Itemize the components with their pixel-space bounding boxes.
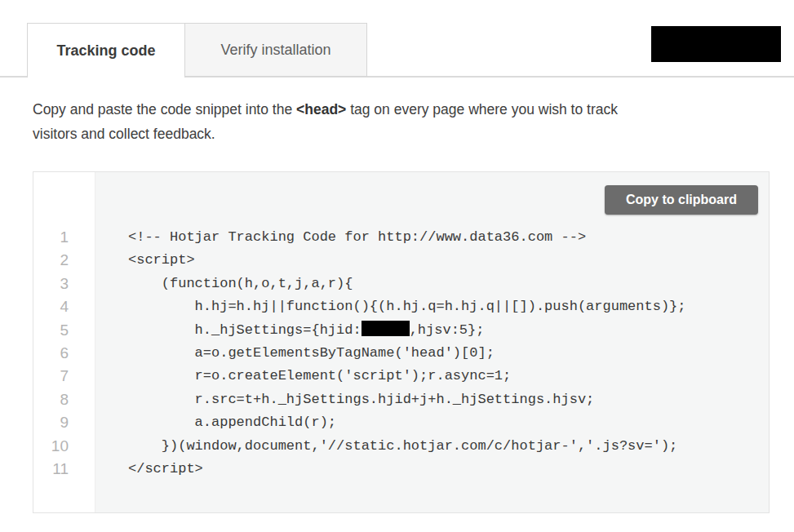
code-line: r.src=t+h._hjSettings.hjid+j+h._hjSettin… [128,388,769,411]
code-line: </script> [128,458,769,481]
line-number: 5 [33,319,69,342]
code-line: })(window,document,'//static.hotjar.com/… [128,435,769,458]
instructions-text: Copy and paste the code snippet into the… [33,97,771,146]
line-number: 3 [33,273,69,295]
code-line: h.hj=h.hj||function(){(h.hj.q=h.hj.q||[]… [128,295,769,318]
code-line: (function(h,o,t,j,a,r){ [128,273,769,295]
line-number: 1 [33,226,69,249]
code-snippet-panel: 1234567891011 <!-- Hotjar Tracking Code … [33,171,770,513]
instructions-before: Copy and paste the code snippet into the [33,101,296,117]
line-number: 8 [33,388,69,411]
instructions-after: tag on every page where you wish to trac… [346,101,618,117]
code-line: a=o.getElementsByTagName('head')[0]; [128,342,769,365]
redaction-box-header [651,26,781,62]
code-line: h._hjSettings={hjid:,hjsv:5}; [128,319,769,342]
line-number: 6 [33,342,69,365]
line-number: 10 [33,435,69,458]
code-line: r=o.createElement('script');r.async=1; [128,365,769,388]
code-area: <!-- Hotjar Tracking Code for http://www… [95,172,769,512]
head-tag-emphasis: <head> [296,101,346,117]
tab-tracking-code-label: Tracking code [56,42,155,60]
tab-tracking-code[interactable]: Tracking code [27,23,185,78]
line-number: 11 [33,458,69,481]
code-snippet: <!-- Hotjar Tracking Code for http://www… [95,226,769,481]
instructions-line2: visitors and collect feedback. [33,126,215,142]
code-line: <!-- Hotjar Tracking Code for http://www… [128,226,769,249]
tab-verify-installation[interactable]: Verify installation [185,23,367,77]
code-line: a.appendChild(r); [128,411,769,434]
tab-verify-installation-label: Verify installation [220,42,330,59]
line-number: 2 [33,249,69,272]
line-number: 9 [33,411,69,434]
redacted-site-id [362,321,410,336]
copy-to-clipboard-button[interactable]: Copy to clipboard [605,185,758,215]
line-number-gutter: 1234567891011 [33,172,95,512]
line-number: 4 [33,295,69,318]
line-number: 7 [33,365,69,388]
tabs-header: Tracking code Verify installation [0,0,794,78]
tab-bar: Tracking code Verify installation [27,23,367,78]
code-line: <script> [128,249,769,272]
